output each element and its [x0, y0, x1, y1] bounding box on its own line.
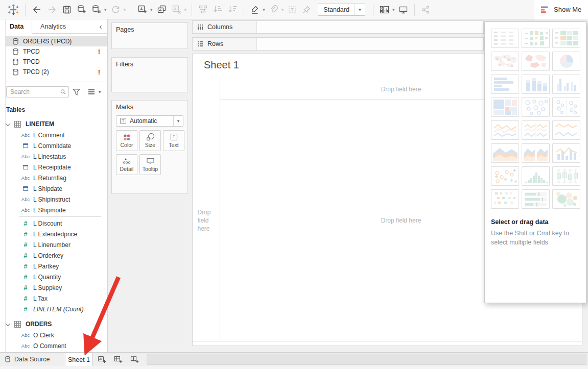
showme-circle-views[interactable]	[522, 97, 550, 117]
field-row[interactable]: Abc L Returnflag	[6, 173, 107, 183]
field-row[interactable]: L Receiptdate	[6, 162, 107, 173]
duplicate-sheet-button[interactable]	[154, 2, 169, 17]
pause-data-updates-button[interactable]	[89, 2, 104, 17]
save-button[interactable]	[60, 2, 74, 17]
filters-shelf[interactable]: Filters	[111, 57, 188, 92]
showme-gantt[interactable]	[491, 189, 519, 209]
columns-shelf[interactable]: Columns	[192, 20, 484, 34]
showme-lines-discrete[interactable]	[522, 120, 550, 140]
field-row[interactable]: # L Linenumber	[6, 239, 107, 250]
mark-type-dropdown[interactable]: T Automatic ▾	[116, 115, 183, 127]
showme-heat-map[interactable]	[522, 29, 550, 48]
clear-sheet-caret[interactable]: ▾	[183, 7, 189, 12]
sort-ascending-button[interactable]	[210, 2, 225, 17]
group-members-caret[interactable]: ▾	[280, 7, 286, 12]
showme-side-by-side-circles[interactable]	[552, 97, 580, 117]
fit-selector-caret[interactable]: ▾	[355, 4, 365, 15]
showme-text-table[interactable]	[491, 29, 519, 48]
showme-lines-continuous[interactable]	[491, 120, 519, 140]
pause-data-updates-caret[interactable]: ▾	[103, 7, 108, 12]
field-row[interactable]: # L Extendedprice	[6, 229, 107, 239]
new-data-source-button[interactable]	[74, 2, 89, 17]
showme-treemap[interactable]	[491, 97, 519, 117]
search-input[interactable]	[10, 88, 60, 95]
tab-data-source[interactable]: Data Source	[0, 353, 59, 366]
field-row[interactable]: # L Orderkey	[6, 250, 107, 261]
field-row[interactable]: Abc L Linestatus	[6, 151, 107, 162]
showme-horizontal-bars[interactable]	[491, 75, 519, 94]
field-row[interactable]: # L Partkey	[6, 261, 107, 272]
new-dashboard-button[interactable]	[111, 353, 125, 366]
tab-sheet-1[interactable]: Sheet 1	[65, 353, 92, 366]
show-hide-cards-caret[interactable]: ▾	[391, 7, 396, 12]
view-options-caret[interactable]: ▾	[99, 89, 101, 94]
tab-data[interactable]: Data	[6, 19, 32, 34]
new-story-button[interactable]	[128, 353, 142, 366]
showme-bullet-graph[interactable]	[522, 189, 550, 209]
show-hide-cards-button[interactable]	[377, 2, 392, 17]
new-worksheet-button[interactable]	[135, 2, 150, 17]
showme-pie-chart[interactable]	[552, 52, 580, 71]
collapse-pane-button[interactable]: ‹	[94, 19, 107, 34]
sheet-title[interactable]: Sheet 1	[204, 59, 239, 71]
highlight-button[interactable]	[248, 2, 262, 17]
new-worksheet-caret[interactable]: ▾	[149, 7, 154, 12]
expand-chevron-icon[interactable]	[6, 121, 11, 126]
tooltip-button[interactable]: Tooltip	[139, 154, 161, 175]
field-row[interactable]: L Commitdate	[6, 140, 107, 151]
fix-axes-pin-button[interactable]	[299, 2, 314, 17]
rows-drop-area[interactable]	[257, 38, 483, 50]
showme-dual-combination[interactable]	[552, 143, 580, 163]
datasource-item[interactable]: TPCD	[6, 57, 107, 67]
field-row[interactable]: # LINEITEM (Count)	[6, 304, 107, 314]
field-row[interactable]: Abc L Comment	[6, 130, 107, 140]
field-row[interactable]: Abc O Clerk	[6, 330, 107, 340]
field-row[interactable]: # L Suppkey	[6, 282, 107, 293]
search-box[interactable]	[6, 86, 69, 97]
tab-scrollbar-track[interactable]	[147, 354, 586, 365]
redo-button[interactable]	[44, 2, 60, 17]
columns-drop-area[interactable]	[257, 21, 483, 33]
field-row[interactable]: # L Quantity	[6, 272, 107, 282]
pages-shelf[interactable]: Pages	[111, 22, 188, 49]
undo-button[interactable]	[29, 2, 44, 17]
showme-histogram[interactable]	[522, 166, 550, 186]
rows-drop-zone[interactable]: Drop field here	[193, 100, 220, 341]
sort-descending-button[interactable]	[225, 2, 240, 17]
showme-filled-map[interactable]	[522, 52, 550, 71]
clear-sheet-button[interactable]	[169, 2, 184, 17]
text-button[interactable]: Text	[163, 130, 184, 151]
showme-stacked-bars[interactable]	[522, 75, 550, 94]
datasource-item[interactable]: TPCD (2) !	[6, 67, 107, 77]
showme-area-continuous[interactable]	[491, 143, 519, 163]
field-row[interactable]: # L Tax	[6, 293, 107, 304]
refresh-data-button[interactable]	[108, 2, 123, 17]
detail-button[interactable]: Detail	[116, 154, 137, 175]
highlight-caret[interactable]: ▾	[261, 7, 267, 12]
mark-type-caret[interactable]: ▾	[173, 116, 183, 126]
presentation-mode-button[interactable]	[396, 2, 411, 17]
table-group-lineitem[interactable]: LINEITEM	[6, 118, 107, 130]
group-members-button[interactable]	[267, 2, 281, 17]
color-button[interactable]: Color	[116, 130, 137, 151]
swap-rows-columns-button[interactable]	[196, 2, 210, 17]
view-options-icon[interactable]	[88, 88, 95, 95]
field-row[interactable]: Abc L Shipinstruct	[6, 194, 107, 205]
datasource-item[interactable]: TPCD !	[6, 46, 107, 57]
datasource-item[interactable]: ORDERS (TPCD)	[6, 36, 107, 46]
showme-packed-bubbles[interactable]	[552, 189, 580, 209]
showme-dual-lines[interactable]	[552, 120, 580, 140]
showme-highlight-table[interactable]	[552, 29, 580, 48]
show-me-button[interactable]: Show Me	[534, 0, 588, 19]
fit-selector[interactable]: Standard ▾	[318, 4, 365, 16]
new-worksheet-tab-button[interactable]	[95, 353, 109, 366]
field-row[interactable]: L Shipdate	[6, 183, 107, 194]
field-row[interactable]: Abc L Shipmode	[6, 205, 107, 215]
refresh-data-caret[interactable]: ▾	[122, 7, 128, 12]
rows-shelf[interactable]: Rows	[192, 37, 484, 51]
show-mark-labels-button[interactable]	[285, 2, 299, 17]
expand-chevron-icon[interactable]	[6, 321, 11, 326]
showme-side-by-side-bars[interactable]	[552, 75, 580, 94]
field-row[interactable]: Abc O Comment	[6, 340, 107, 351]
showme-symbol-map[interactable]	[491, 52, 519, 71]
